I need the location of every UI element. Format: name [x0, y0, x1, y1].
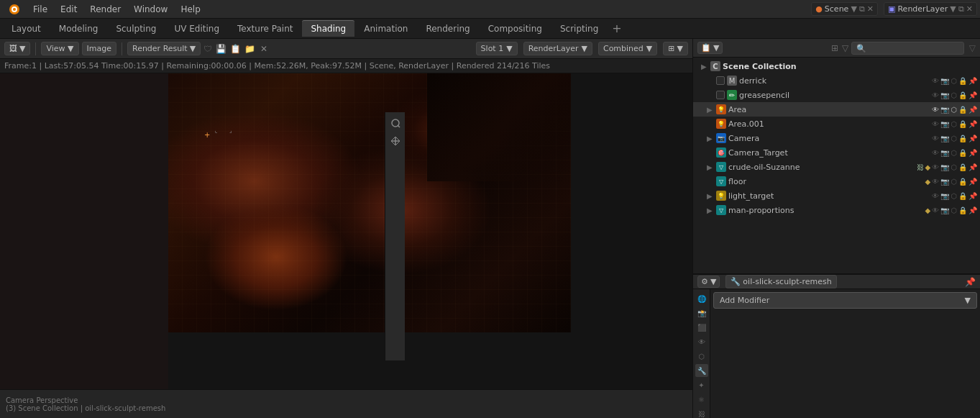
filter-dropdown-icon[interactable]: ▽ [842, 43, 848, 53]
render-visibility-icon[interactable]: 📷 [940, 206, 949, 214]
edit-menu[interactable]: Edit [55, 3, 83, 16]
outliner-item-derrick[interactable]: M derrick 👁 📷 ⬡ 🔒 📌 [693, 73, 980, 88]
lock-icon[interactable]: 🔒 [958, 163, 967, 171]
pin-icon[interactable]: 📌 [968, 106, 977, 114]
props-tab-constraints[interactable]: ⛓ [695, 407, 708, 418]
editor-type-selector[interactable]: 🖼 ▼ [4, 42, 30, 55]
outliner-filter-icon[interactable]: ▽ [969, 43, 976, 53]
visibility-icon[interactable]: 👁 [932, 106, 939, 114]
viewport-display-icon[interactable]: ⬡ [951, 192, 957, 200]
properties-context-selector[interactable]: 🔧 oil-slick-sculpt-remesh [725, 275, 836, 288]
open-folder-btn[interactable]: 📁 [244, 43, 255, 55]
properties-editor-type[interactable]: ⚙ ▼ [697, 276, 720, 288]
render-menu[interactable]: Render [84, 3, 127, 16]
close-render-btn[interactable]: ✕ [258, 43, 270, 55]
lock-icon[interactable]: 🔒 [958, 149, 967, 157]
visibility-icon[interactable]: 👁 [932, 206, 939, 214]
pin-icon[interactable]: 📌 [968, 206, 977, 214]
help-menu[interactable]: Help [175, 3, 206, 16]
outliner-item-area001[interactable]: 💡 Area.001 👁 📷 ⬡ 🔒 📌 [693, 117, 980, 131]
material-icon[interactable]: ◆ [925, 178, 931, 186]
tab-layout[interactable]: Layout [3, 21, 50, 37]
copy-render-btn[interactable]: 📋 [229, 43, 241, 55]
outliner-editor-type[interactable]: 📋 ▼ [697, 42, 723, 54]
viewport-display-icon[interactable]: ⬡ [951, 178, 957, 186]
outliner-item-crude-oil-suzanne[interactable]: ▶ ▽ crude-oil-Suzanne ⛓ ◆ 👁 📷 ⬡ 🔒 📌 [693, 160, 980, 174]
outliner-item-greasepencil[interactable]: ✏ greasepencil 👁 📷 ⬡ 🔒 📌 [693, 88, 980, 102]
render-visibility-icon[interactable]: 📷 [940, 149, 949, 157]
render-visibility-icon[interactable]: 📷 [940, 77, 949, 85]
render-result-selector[interactable]: Render Result ▼ [127, 42, 201, 55]
expand-icon[interactable]: ▶ [701, 63, 708, 71]
lock-icon[interactable]: 🔒 [958, 192, 967, 200]
viewport-display-icon[interactable]: ⬡ [951, 91, 957, 99]
viewport-display-icon[interactable]: ⬡ [951, 206, 957, 214]
tab-uv-editing[interactable]: UV Editing [165, 21, 228, 37]
image-menu-btn[interactable]: Image [82, 42, 116, 55]
lock-icon[interactable]: 🔒 [958, 206, 967, 214]
slot-selector[interactable]: Slot 1 ▼ [476, 42, 518, 55]
visibility-icon[interactable]: 👁 [932, 163, 939, 171]
item-checkbox[interactable] [716, 91, 725, 99]
display-options-btn[interactable]: ⊞ ▼ [663, 42, 688, 55]
pan-tool[interactable] [388, 133, 403, 149]
pin-icon[interactable]: 📌 [968, 192, 977, 200]
render-visibility-icon[interactable]: 📷 [940, 135, 949, 142]
pin-properties-btn[interactable]: 📌 [965, 277, 976, 287]
render-visibility-icon[interactable]: 📷 [940, 120, 949, 128]
add-workspace-tab[interactable]: + [608, 20, 626, 37]
save-render-btn[interactable]: 💾 [215, 43, 226, 55]
render-visibility-icon[interactable]: 📷 [940, 106, 949, 114]
visibility-icon[interactable]: 👁 [932, 135, 939, 142]
render-visibility-icon[interactable]: 📷 [940, 163, 949, 171]
visibility-icon[interactable]: 👁 [932, 178, 939, 186]
tab-animation[interactable]: Animation [355, 21, 416, 37]
outliner-item-area[interactable]: ▶ 💡 Area 👁 📷 ⬡ 🔒 📌 [693, 102, 980, 117]
add-modifier-button[interactable]: Add Modifier ▼ [713, 292, 977, 309]
tab-sculpting[interactable]: Sculpting [107, 21, 165, 37]
viewport-display-icon[interactable]: ⬡ [951, 120, 957, 128]
outliner-item-light-target[interactable]: ▶ 💡 light_target 👁 📷 ⬡ 🔒 📌 [693, 188, 980, 203]
viewport-display-icon[interactable]: ⬡ [951, 163, 957, 171]
props-tab-scene[interactable]: 🌐 [695, 292, 708, 305]
props-tab-view[interactable]: 👁 [695, 335, 708, 348]
combined-dropdown[interactable]: Combined ▼ [598, 42, 657, 55]
viewport-display-icon[interactable]: ⬡ [951, 77, 957, 85]
pin-icon[interactable]: 📌 [968, 77, 977, 85]
pin-icon[interactable]: 📌 [968, 120, 977, 128]
lock-icon[interactable]: 🔒 [958, 178, 967, 186]
expand-icon[interactable]: ▶ [707, 106, 714, 114]
scene-close-icon[interactable]: ✕ [867, 4, 874, 14]
pin-icon[interactable]: 📌 [968, 163, 977, 171]
tab-shading[interactable]: Shading [302, 20, 354, 37]
outliner-item-camera[interactable]: ▶ 📷 Camera 👁 📷 ⬡ 🔒 📌 [693, 131, 980, 145]
active-scene[interactable]: ● Scene ▼ ⧉ ✕ [811, 2, 878, 16]
outliner-item-floor[interactable]: ▽ floor ◆ 👁 📷 ⬡ 🔒 📌 [693, 174, 980, 188]
render-layer-dropdown[interactable]: RenderLayer ▼ [523, 42, 592, 55]
visibility-icon[interactable]: 👁 [932, 120, 939, 128]
outliner-item-camera-target[interactable]: 🎯 Camera_Target 👁 📷 ⬡ 🔒 📌 [693, 145, 980, 160]
props-tab-render[interactable]: 📸 [695, 306, 708, 319]
outliner-scene-collection[interactable]: ▶ C Scene Collection [693, 59, 980, 73]
lock-icon[interactable]: 🔒 [958, 77, 967, 85]
render-layer-selector[interactable]: ▣ RenderLayer ▼ ⧉ ✕ [884, 2, 977, 16]
props-tab-particles[interactable]: ✦ [695, 378, 708, 391]
item-checkbox[interactable] [716, 76, 725, 85]
pin-icon[interactable]: 📌 [968, 91, 977, 99]
pin-icon[interactable]: 📌 [968, 135, 977, 142]
material-icon[interactable]: ◆ [925, 206, 931, 214]
render-visibility-icon[interactable]: 📷 [940, 178, 949, 186]
tab-rendering[interactable]: Rendering [417, 21, 478, 37]
file-menu[interactable]: File [27, 3, 53, 16]
props-tab-output[interactable]: ⬛ [695, 321, 708, 334]
visibility-icon[interactable]: 👁 [932, 77, 939, 85]
pin-icon[interactable]: 📌 [968, 178, 977, 186]
props-tab-object[interactable]: ⬡ [695, 350, 708, 363]
lock-icon[interactable]: 🔒 [958, 120, 967, 128]
render-visibility-icon[interactable]: 📷 [940, 91, 949, 99]
render-visibility-icon[interactable]: 📷 [940, 192, 949, 200]
lock-icon[interactable]: 🔒 [958, 91, 967, 99]
pin-icon[interactable]: 📌 [968, 149, 977, 157]
outliner-search-input[interactable] [851, 42, 964, 55]
props-tab-modifier[interactable]: 🔧 [695, 364, 708, 377]
